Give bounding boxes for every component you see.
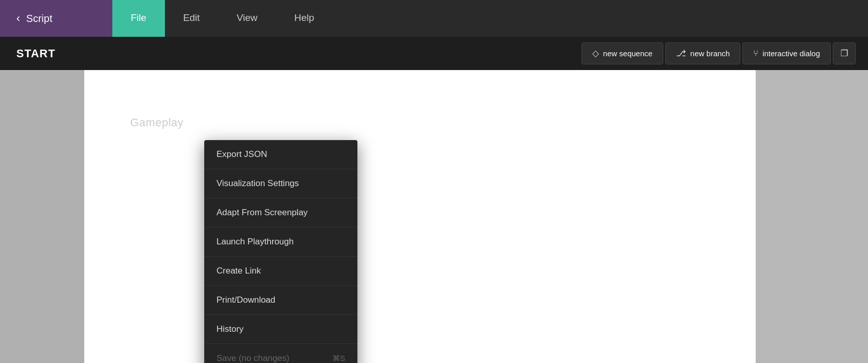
copy-icon: ❐ [840, 48, 848, 59]
menu-item-save: Save (no changes) ⌘S [204, 344, 357, 363]
nav-back-button[interactable]: ‹ Script [0, 0, 112, 37]
top-nav: ‹ Script File Edit View Help [0, 0, 868, 37]
gameplay-label: Gameplay [130, 116, 183, 129]
branch-icon: ⎇ [676, 48, 686, 59]
main-area: Gameplay Export JSON Visualization Setti… [0, 70, 868, 363]
menu-item-launch-playthrough[interactable]: Launch Playthrough [204, 228, 357, 257]
file-dropdown-menu: Export JSON Visualization Settings Adapt… [204, 140, 357, 363]
interactive-dialog-button[interactable]: ⑂ interactive dialog [742, 42, 831, 64]
menu-item-export-json[interactable]: Export JSON [204, 140, 357, 169]
content-area: Gameplay [84, 70, 756, 363]
menu-item-create-link[interactable]: Create Link [204, 257, 357, 286]
diamond-icon: ◇ [592, 48, 599, 59]
nav-tabs: File Edit View Help [112, 0, 332, 37]
sidebar-right [756, 70, 868, 363]
app-title: Script [26, 13, 52, 25]
menu-item-history[interactable]: History [204, 315, 357, 344]
menu-item-print-download[interactable]: Print/Download [204, 286, 357, 315]
tab-help[interactable]: Help [276, 0, 332, 37]
toolbar-buttons: ◇ new sequence ⎇ new branch ⑂ interactiv… [582, 42, 856, 64]
dialog-icon: ⑂ [753, 49, 758, 59]
menu-item-adapt-from-screenplay[interactable]: Adapt From Screenplay [204, 198, 357, 228]
tab-file[interactable]: File [112, 0, 165, 37]
tab-view[interactable]: View [218, 0, 276, 37]
menu-item-visualization-settings[interactable]: Visualization Settings [204, 169, 357, 198]
toolbar: START ◇ new sequence ⎇ new branch ⑂ inte… [0, 37, 868, 70]
new-branch-button[interactable]: ⎇ new branch [665, 42, 741, 64]
page-title: START [12, 47, 56, 60]
copy-button[interactable]: ❐ [833, 42, 856, 64]
save-shortcut: ⌘S [332, 354, 345, 363]
back-arrow-icon: ‹ [16, 12, 20, 25]
sidebar-left [0, 70, 84, 363]
tab-edit[interactable]: Edit [165, 0, 219, 37]
new-sequence-button[interactable]: ◇ new sequence [582, 42, 663, 64]
